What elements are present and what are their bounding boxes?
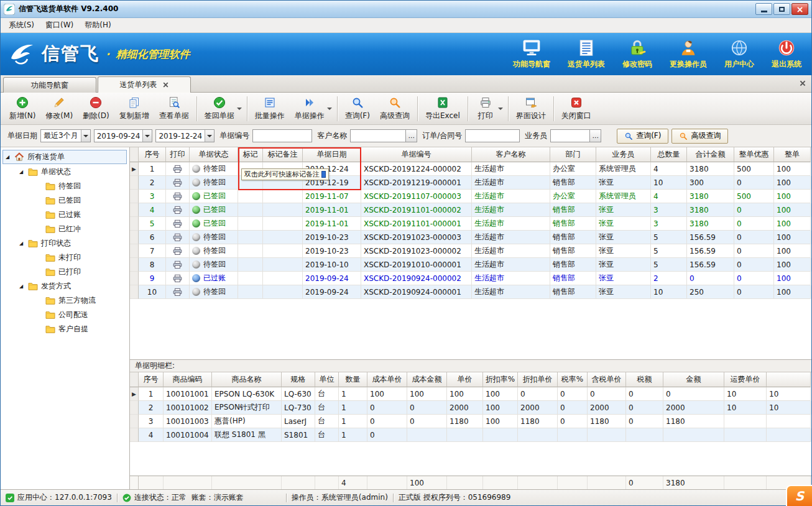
tab-close-icon[interactable] (162, 81, 169, 88)
tree-item[interactable]: 待签回 (1, 179, 129, 193)
column-header[interactable]: 部门 (550, 147, 596, 162)
toolbar-button-doc-ops[interactable]: 单据操作 (290, 94, 334, 123)
delivery-table-row[interactable]: 3已签回2019-11-07XSCKD-20191107-000003生活超市办… (130, 190, 811, 203)
delivery-table-row[interactable]: 10待签回2019-09-24XSCKD-20190924-000001生活超市… (130, 285, 811, 299)
column-header[interactable]: 序号 (139, 372, 164, 387)
column-header[interactable]: 数量 (339, 372, 367, 387)
toolbar-button-copy-new[interactable]: 复制新增 (114, 94, 154, 123)
tree-item[interactable]: 已红冲 (1, 222, 129, 236)
toolbar-button-delete[interactable]: 删除(D) (78, 94, 114, 123)
banner-action-change-password[interactable]: 修改密码 (622, 39, 652, 70)
item-table-row[interactable]: 2100101002EPSON针式打印LQ-730台10020001002000… (130, 401, 811, 415)
banner-action-switch-operator[interactable]: 更换操作员 (670, 39, 707, 70)
toolbar-button-sign-back[interactable]: 签回单据 (200, 94, 244, 123)
delivery-table-row[interactable]: 5已签回2019-11-01XSCKD-20191101-000001生活超市销… (130, 217, 811, 231)
column-header[interactable]: 折扣率% (483, 372, 518, 387)
delivery-table-row[interactable]: 2待签回2019-12-19XSCKD-20191219-000001生活超市销… (130, 176, 811, 190)
column-header[interactable]: 单据状态 (190, 147, 238, 162)
column-header[interactable]: 打印 (166, 147, 190, 162)
tab-delivery-list[interactable]: 送货单列表 (98, 76, 191, 93)
date-from-select[interactable]: 2019-09-24 (94, 129, 153, 142)
toolbar-button-adv-query[interactable]: 高级查询 (375, 94, 415, 123)
column-header[interactable]: 总数量 (651, 147, 687, 162)
column-header[interactable]: 序号 (139, 147, 166, 162)
customer-lookup-button[interactable]: … (406, 129, 417, 142)
sogou-ime-icon[interactable]: S (786, 485, 812, 506)
delivery-table-row[interactable]: 9已过账2019-09-24XSCKD-20190924-000002生活超市销… (130, 272, 811, 285)
delivery-table-row[interactable]: ▶1待签回2019-12-24XSCKD-20191224-000002生活超市… (130, 162, 811, 176)
date-to-select[interactable]: 2019-12-24 (155, 129, 215, 142)
column-header[interactable]: 业务员 (596, 147, 651, 162)
banner-action-exit-system[interactable]: 退出系统 (772, 39, 801, 70)
column-header[interactable] (767, 372, 811, 387)
column-header[interactable]: 整单 (774, 147, 811, 162)
menu-item-help[interactable]: 帮助(H) (79, 18, 116, 32)
column-header[interactable]: 规格 (282, 372, 315, 387)
column-header[interactable]: 税率% (558, 372, 588, 387)
column-header[interactable]: 单据编号 (361, 147, 472, 162)
column-header[interactable]: 税额 (626, 372, 663, 387)
tree-group[interactable]: ◢发货方式 (1, 279, 129, 293)
date-range-select[interactable]: 最近3个月 (40, 129, 91, 142)
chevron-down-icon[interactable] (142, 130, 152, 142)
toolbar-button-query[interactable]: 查询(F) (340, 94, 375, 123)
toolbar-button-ui-design[interactable]: 界面设计 (511, 94, 551, 123)
toolbar-button-print[interactable]: 打印 (471, 94, 505, 123)
toolbar-button-edit[interactable]: 修改(M) (40, 94, 78, 123)
salesman-input[interactable] (550, 129, 590, 142)
column-header[interactable]: 金额 (663, 372, 724, 387)
query-button[interactable]: 查询(F) (617, 129, 668, 144)
tree-item[interactable]: 第三方物流 (1, 293, 129, 308)
close-button[interactable]: × (791, 3, 808, 15)
delivery-table-row[interactable]: 6待签回2019-10-23XSCKD-20191023-000003生活超市销… (130, 231, 811, 244)
column-header[interactable]: 成本金额 (407, 372, 447, 387)
banner-action-nav-window[interactable]: 功能导航窗 (513, 39, 550, 70)
toolbar-button-close-window[interactable]: 关闭窗口 (556, 94, 596, 123)
chevron-down-icon[interactable] (205, 130, 214, 142)
column-header[interactable]: 成本单价 (367, 372, 407, 387)
column-header[interactable] (130, 147, 139, 162)
tab-nav-window[interactable]: 功能导航窗 (3, 77, 96, 93)
tree-group[interactable]: ◢单据状态 (1, 165, 129, 179)
restore-button[interactable] (773, 3, 790, 15)
chevron-down-icon[interactable] (81, 130, 90, 142)
column-header[interactable]: 合计金额 (687, 147, 734, 162)
item-table-row[interactable]: 3100101003惠普(HP)LaserJ台10011801001180011… (130, 415, 811, 428)
item-table-row[interactable]: ▶1100101001EPSON LQ-630KLQ-630台110010010… (130, 387, 811, 401)
tree-item[interactable]: 公司配送 (1, 308, 129, 322)
column-header[interactable]: 整单优惠 (734, 147, 774, 162)
menu-item-system[interactable]: 系统(S) (3, 18, 40, 32)
column-header[interactable]: 标记备注 (263, 147, 303, 162)
tree-item[interactable]: 客户自提 (1, 322, 129, 336)
column-header[interactable] (130, 372, 139, 387)
banner-action-user-center[interactable]: 用户中心 (724, 39, 754, 70)
adv-query-button[interactable]: 高级查询 (671, 129, 728, 144)
chevron-down-icon[interactable] (498, 108, 503, 113)
tree-item[interactable]: 未打印 (1, 251, 129, 265)
chevron-down-icon[interactable] (327, 108, 332, 113)
column-header[interactable]: 商品编码 (164, 372, 212, 387)
tree-root-all-orders[interactable]: ◢所有送货单 (2, 150, 127, 164)
doc-no-input[interactable] (252, 129, 312, 142)
chevron-down-icon[interactable] (237, 108, 242, 113)
customer-input[interactable] (350, 129, 406, 142)
column-header[interactable]: 单位 (315, 372, 339, 387)
column-header[interactable]: 标记 (238, 147, 263, 162)
column-header[interactable]: 客户名称 (472, 147, 550, 162)
salesman-lookup-button[interactable]: … (590, 129, 601, 142)
tree-item[interactable]: 已签回 (1, 193, 129, 208)
menu-item-window[interactable]: 窗口(W) (40, 18, 79, 32)
delivery-table-row[interactable]: 7待签回2019-10-23XSCKD-20191023-000002生活超市销… (130, 244, 811, 258)
column-header[interactable]: 商品名称 (212, 372, 282, 387)
column-header[interactable]: 单据日期 (303, 147, 361, 162)
order-no-input[interactable] (465, 129, 520, 142)
delivery-table-row[interactable]: 8待签回2019-10-10XSCKD-20191010-000001生活超市销… (130, 258, 811, 272)
toolbar-button-batch-ops[interactable]: 批量操作 (250, 94, 290, 123)
tree-item[interactable]: 已过账 (1, 208, 129, 222)
column-header[interactable]: 单价 (447, 372, 483, 387)
column-header[interactable]: 含税单价 (588, 372, 626, 387)
column-header[interactable]: 运费单价 (724, 372, 767, 387)
column-header[interactable]: 折扣单价 (518, 372, 558, 387)
delivery-table-row[interactable]: 4已签回2019-11-01XSCKD-20191101-000002生活超市销… (130, 203, 811, 217)
tree-group[interactable]: ◢打印状态 (1, 236, 129, 251)
